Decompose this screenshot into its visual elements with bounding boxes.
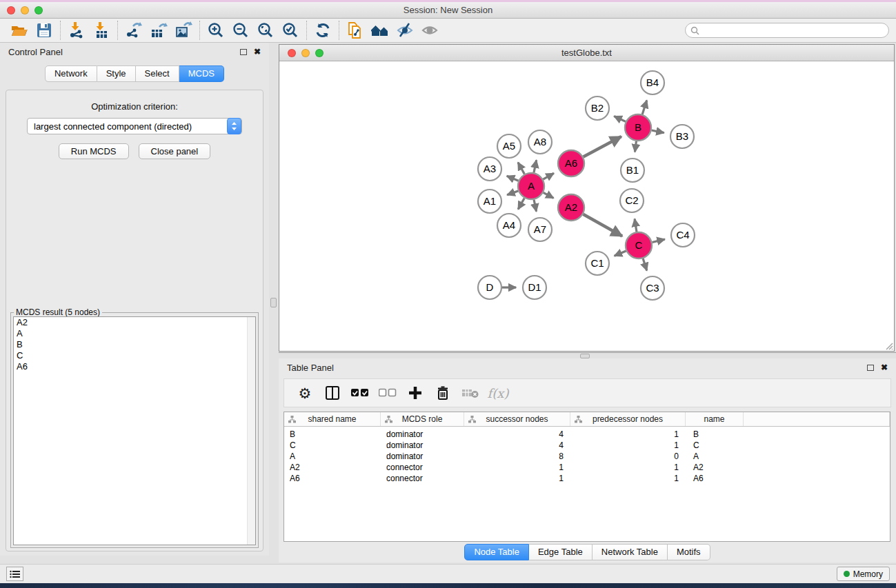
close-panel-icon[interactable]: ✖ [881, 364, 888, 371]
column-header-successor-nodes[interactable]: successor nodes [464, 412, 570, 426]
close-window-button[interactable] [7, 6, 15, 14]
run-mcds-button[interactable]: Run MCDS [59, 143, 129, 159]
zoom-in-icon[interactable] [203, 20, 228, 41]
result-item-a6[interactable]: A6 [14, 361, 255, 372]
cell-predecessor-nodes[interactable]: 0 [570, 452, 686, 461]
vertical-split-divider[interactable] [269, 43, 279, 556]
zoom-out-icon[interactable] [228, 20, 253, 41]
table-row[interactable]: A2connector11A2 [284, 462, 890, 473]
close-network-window-button[interactable] [288, 49, 296, 57]
minimize-network-window-button[interactable] [301, 49, 310, 57]
cell-successor-nodes[interactable]: 4 [464, 440, 570, 450]
result-item-c[interactable]: C [14, 350, 255, 361]
graph-edge-B-B4[interactable] [642, 101, 647, 114]
mcds-result-list[interactable]: A2ABCA6 [13, 316, 256, 545]
first-neighbors-icon[interactable] [368, 20, 392, 41]
graph-edge-A-A4[interactable] [518, 198, 524, 209]
graph-edge-A2-C[interactable] [583, 214, 622, 236]
node-table[interactable]: shared nameMCDS rolesuccessor nodesprede… [283, 412, 890, 542]
cell-name[interactable]: C [686, 440, 744, 450]
divider-grip[interactable] [580, 354, 590, 358]
cell-mcds-role[interactable]: connector [381, 463, 464, 472]
graph-edge-B-B3[interactable] [652, 130, 664, 133]
cell-name[interactable]: B [686, 429, 744, 439]
network-graph[interactable]: AA1A2A3A4A5A6A7A8BB1B2B3B4CC1C2C3C4DD1 [279, 61, 894, 351]
graph-edge-C-C2[interactable] [635, 219, 637, 232]
divider-grip[interactable] [270, 298, 277, 307]
export-table-icon[interactable] [146, 20, 171, 41]
zoom-selected-icon[interactable] [278, 20, 303, 41]
delete-row-trash-icon[interactable] [430, 382, 455, 404]
cell-shared-name[interactable]: B [284, 429, 381, 439]
search-field[interactable] [685, 23, 889, 38]
criterion-dropdown[interactable]: largest connected component (directed) [27, 118, 242, 134]
cell-shared-name[interactable]: A6 [284, 474, 381, 483]
add-row-icon[interactable] [403, 382, 428, 404]
graph-edge-B-B2[interactable] [614, 116, 626, 122]
close-panel-button[interactable]: Close panel [139, 143, 211, 159]
cell-successor-nodes[interactable]: 8 [464, 452, 570, 461]
tab-network-table[interactable]: Network Table [593, 544, 668, 560]
table-options-gear-icon[interactable]: ⚙ [292, 382, 317, 404]
graph-edge-A-A2[interactable] [544, 192, 554, 198]
cell-mcds-role[interactable]: connector [381, 474, 464, 483]
cell-name[interactable]: A2 [686, 463, 744, 472]
result-item-a[interactable]: A [14, 328, 255, 339]
apply-function-fx-icon[interactable]: f(x) [486, 382, 510, 404]
export-image-icon[interactable] [171, 20, 196, 41]
cell-shared-name[interactable]: C [284, 440, 381, 450]
unselect-all-checkboxes-icon[interactable] [375, 382, 400, 404]
show-columns-icon[interactable] [320, 382, 345, 404]
cell-mcds-role[interactable]: dominator [381, 440, 464, 450]
tab-network[interactable]: Network [45, 65, 97, 82]
memory-button[interactable]: Memory [837, 567, 890, 581]
close-panel-icon[interactable]: ✖ [254, 48, 261, 55]
horizontal-split-divider[interactable] [279, 352, 896, 358]
cell-name[interactable]: A [686, 452, 744, 461]
graph-edge-A-A5[interactable] [518, 163, 524, 174]
graph-edge-A-A6[interactable] [543, 173, 554, 179]
zoom-network-window-button[interactable] [315, 49, 323, 57]
graph-edge-A-A3[interactable] [507, 176, 519, 181]
graph-edge-A-A8[interactable] [534, 160, 537, 172]
zoom-window-button[interactable] [34, 6, 43, 14]
show-all-icon[interactable] [417, 20, 442, 41]
tab-edge-table[interactable]: Edge Table [529, 544, 593, 560]
network-canvas[interactable]: AA1A2A3A4A5A6A7A8BB1B2B3B4CC1C2C3C4DD1 [279, 61, 894, 351]
graph-edge-A-A1[interactable] [507, 191, 518, 195]
result-item-a2[interactable]: A2 [14, 317, 255, 328]
table-row[interactable]: Bdominator41B [284, 429, 890, 440]
tab-mcds[interactable]: MCDS [179, 65, 224, 82]
graph-edge-C-C3[interactable] [643, 258, 647, 270]
tab-node-table[interactable]: Node Table [464, 544, 529, 560]
tab-select[interactable]: Select [136, 65, 179, 82]
cell-shared-name[interactable]: A2 [284, 463, 381, 472]
column-header-name[interactable]: name [686, 412, 744, 426]
tab-motifs[interactable]: Motifs [668, 544, 710, 560]
search-input[interactable] [699, 24, 888, 37]
graph-edge-A-A7[interactable] [534, 200, 537, 212]
import-network-icon[interactable] [64, 20, 89, 41]
cell-name[interactable]: A6 [686, 474, 744, 483]
cell-successor-nodes[interactable]: 1 [464, 474, 570, 483]
graph-edge-C-C1[interactable] [615, 251, 626, 256]
graph-edge-B-B1[interactable] [635, 141, 636, 152]
result-list-scrollbar[interactable] [247, 317, 255, 545]
refresh-icon[interactable] [310, 20, 335, 41]
column-header-mcds-role[interactable]: MCDS role [381, 412, 464, 426]
graph-edge-C-C4[interactable] [652, 239, 664, 242]
table-row[interactable]: Cdominator41C [284, 440, 890, 451]
float-panel-icon[interactable] [240, 49, 247, 55]
float-panel-icon[interactable] [867, 365, 874, 371]
clone-network-icon[interactable] [343, 20, 368, 41]
import-table-icon[interactable] [89, 20, 114, 41]
task-history-button[interactable] [6, 567, 23, 581]
cell-predecessor-nodes[interactable]: 1 [570, 429, 686, 439]
open-session-icon[interactable] [7, 20, 32, 41]
table-row[interactable]: Adominator80A [284, 451, 890, 462]
cell-mcds-role[interactable]: dominator [381, 452, 464, 461]
hide-selected-icon[interactable] [392, 20, 417, 41]
cell-predecessor-nodes[interactable]: 1 [570, 440, 686, 450]
table-row[interactable]: A6connector11A6 [284, 473, 890, 484]
select-all-checkboxes-icon[interactable] [348, 382, 372, 404]
